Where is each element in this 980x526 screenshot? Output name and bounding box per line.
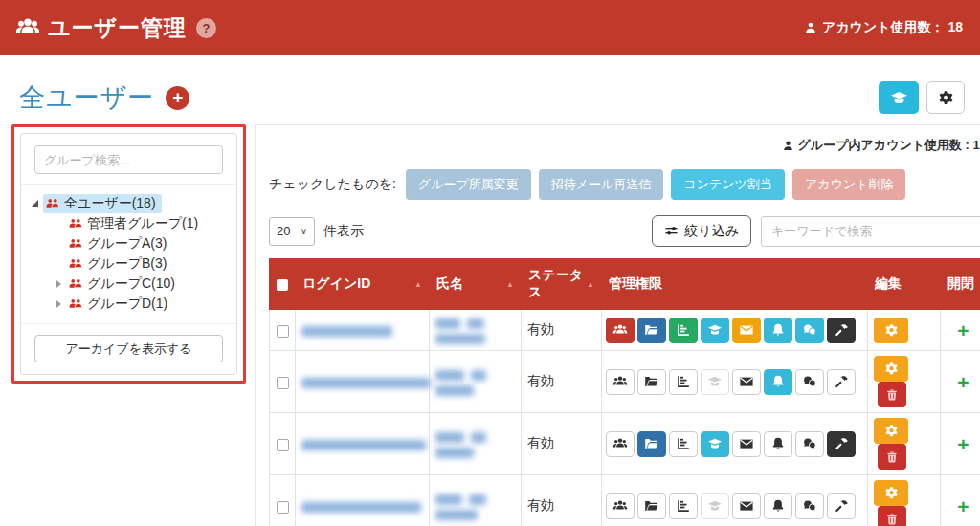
gear-icon [884,323,899,338]
chat-permission-button[interactable] [795,493,824,519]
chat-icon [802,374,817,389]
delete-button[interactable] [878,382,906,407]
trash-icon [885,450,899,464]
row-checkbox[interactable] [277,501,289,514]
bell-permission-button[interactable] [764,493,792,519]
tree-item-group[interactable]: グループD(1) [31,294,229,314]
chart-permission-button[interactable] [669,493,698,519]
login-id-cell[interactable] [296,413,430,475]
hammer-permission-button[interactable] [827,431,856,457]
login-id-cell[interactable] [296,310,430,351]
bell-permission-button[interactable] [764,369,792,395]
sort-icon[interactable]: ▲ [587,280,594,289]
settings-button[interactable] [926,81,965,114]
column-header[interactable]: ログインID▲ [296,259,430,310]
chat-permission-button[interactable] [795,318,824,343]
users-permission-button[interactable] [606,493,635,519]
bell-permission-button[interactable] [764,431,792,457]
edit-button[interactable] [874,356,908,382]
expand-row-button[interactable]: + [957,433,969,455]
edit-button[interactable] [874,418,908,444]
hammer-permission-button[interactable] [827,369,856,395]
column-header: 編集 [868,259,941,310]
training-mode-button[interactable] [879,81,919,114]
mail-icon [739,374,754,389]
page-size-suffix: 件表示 [323,223,364,240]
tree-item-group[interactable]: 管理者グループ(1) [31,213,229,233]
sort-icon[interactable]: ▲ [506,280,514,289]
add-user-button[interactable]: + [166,86,189,110]
chart-permission-button[interactable] [669,318,698,343]
column-header[interactable]: 氏名▲ [430,259,522,310]
hammer-permission-button[interactable] [827,318,856,343]
keyword-search-input[interactable] [761,216,980,247]
chat-icon [802,436,817,451]
graduation-cap-permission-button[interactable] [701,493,729,519]
chart-permission-button[interactable] [669,369,698,395]
expand-icon[interactable] [54,300,64,308]
bell-permission-button[interactable] [764,318,792,343]
folder-permission-button[interactable] [637,431,666,457]
users-permission-button[interactable] [606,318,635,343]
collapse-icon[interactable] [31,200,41,208]
row-checkbox[interactable] [277,325,289,338]
select-all-header[interactable] [270,259,296,310]
main-panel: グループ内アカウント使用数 : 18 チェックしたものを: グループ所属変更招待… [255,124,980,526]
group-label: グループB(3) [87,255,167,273]
select-all-checkbox[interactable] [277,279,288,291]
edit-button[interactable] [874,480,908,506]
filter-button[interactable]: 絞り込み [652,215,751,247]
users-permission-button[interactable] [606,369,635,395]
graduation-cap-permission-button[interactable] [701,318,729,343]
bulk-button-muted-blue[interactable]: グループ所属変更 [406,169,531,200]
mail-permission-button[interactable] [732,369,761,395]
status-cell: 有効 [522,413,602,475]
delete-button[interactable] [878,444,906,470]
sort-icon[interactable]: ▲ [414,280,422,289]
tree-item-selected[interactable]: 全ユーザー(18) [31,193,229,213]
list-controls: 20 ∨ 件表示 絞り込み [269,215,980,247]
group-search-input[interactable] [34,145,223,174]
mail-permission-button[interactable] [732,493,761,519]
bell-icon [770,498,786,514]
bulk-button-muted-blue[interactable]: 招待メール再送信 [539,169,664,200]
app-header: ユーザー管理 ? アカウント使用数： 18 [0,0,980,55]
hammer-permission-button[interactable] [827,493,856,519]
chevron-down-icon: ∨ [301,226,307,236]
folder-permission-button[interactable] [637,318,666,343]
tree-spacer [54,260,64,268]
login-id-cell[interactable] [296,351,430,413]
mail-permission-button[interactable] [732,318,761,343]
mail-permission-button[interactable] [732,431,761,457]
bulk-button-cyan[interactable]: コンテンツ割当 [671,169,785,200]
column-header[interactable]: ステータス▲ [522,259,602,310]
tree-item-group[interactable]: グループA(3) [31,233,229,253]
show-archive-button[interactable]: アーカイブを表示する [34,335,223,362]
users-permission-button[interactable] [606,431,635,457]
folder-permission-button[interactable] [637,369,666,395]
expand-row-button[interactable]: + [957,371,969,393]
chat-permission-button[interactable] [795,431,824,457]
chat-icon [802,322,817,338]
row-checkbox[interactable] [277,377,289,389]
graduation-cap-permission-button[interactable] [701,431,729,457]
tree-item-group[interactable]: グループC(10) [31,274,229,294]
expand-icon[interactable] [54,280,64,288]
graduation-cap-permission-button[interactable] [701,369,729,395]
row-checkbox[interactable] [277,439,289,451]
expand-row-button[interactable]: + [957,495,969,517]
bulk-button-muted-red[interactable]: アカウント削除 [792,169,906,200]
edit-button[interactable] [874,318,908,343]
folder-permission-button[interactable] [637,493,666,519]
page-size-select[interactable]: 20 ∨ [269,217,315,246]
users-icon [13,15,42,40]
expand-row-button[interactable]: + [957,319,969,341]
chat-permission-button[interactable] [795,369,824,395]
login-id-cell[interactable] [296,475,430,526]
login-id-blurred [301,440,426,450]
tree-item-group[interactable]: グループB(3) [31,253,229,274]
delete-button[interactable] [878,506,906,526]
chart-permission-button[interactable] [669,431,698,457]
chart-icon [676,374,691,389]
help-button[interactable]: ? [196,18,216,38]
